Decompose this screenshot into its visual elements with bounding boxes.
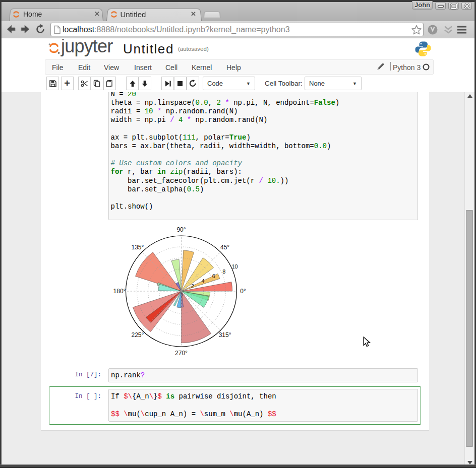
svg-text:225°: 225° xyxy=(131,331,144,339)
svg-text:270°: 270° xyxy=(175,350,188,357)
svg-text:90°: 90° xyxy=(176,226,186,233)
svg-text:45°: 45° xyxy=(220,244,229,251)
svg-text:135°: 135° xyxy=(131,244,144,251)
svg-text:180°: 180° xyxy=(113,288,126,295)
svg-text:6: 6 xyxy=(212,273,215,279)
svg-text:10: 10 xyxy=(231,263,237,270)
svg-text:4: 4 xyxy=(201,278,204,284)
svg-text:315°: 315° xyxy=(219,331,231,339)
svg-text:8: 8 xyxy=(222,269,225,275)
svg-text:0°: 0° xyxy=(240,288,246,295)
svg-text:2: 2 xyxy=(191,283,194,289)
